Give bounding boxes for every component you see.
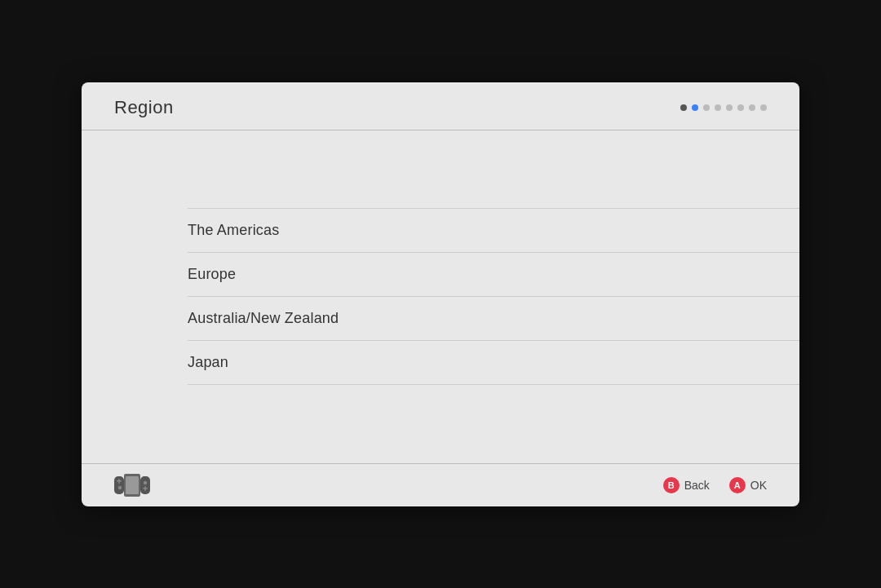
region-list: The Americas Europe Australia/New Zealan… — [188, 208, 799, 385]
dot-3 — [715, 104, 721, 111]
dot-5 — [737, 104, 744, 111]
back-label: Back — [684, 479, 710, 492]
b-button-icon: B — [663, 477, 680, 493]
dot-7 — [760, 104, 767, 111]
svg-rect-2 — [118, 479, 120, 484]
dot-6 — [749, 104, 755, 111]
content-area: The Americas Europe Australia/New Zealan… — [82, 130, 799, 463]
svg-rect-6 — [140, 476, 150, 494]
region-item-japan[interactable]: Japan — [188, 341, 799, 385]
dot-0 — [680, 104, 687, 111]
footer-buttons: B Back A OK — [663, 477, 767, 493]
header: Region — [82, 82, 799, 130]
dot-1 — [692, 104, 698, 111]
dot-2 — [703, 104, 710, 111]
page-title: Region — [114, 97, 174, 118]
a-button-icon: A — [729, 477, 746, 493]
ok-label: OK — [750, 479, 767, 492]
svg-point-7 — [144, 480, 147, 484]
region-item-americas[interactable]: The Americas — [188, 208, 799, 253]
switch-icon — [114, 474, 150, 497]
ok-button[interactable]: A OK — [729, 477, 767, 493]
dot-4 — [726, 104, 733, 111]
svg-rect-9 — [144, 486, 146, 491]
back-button[interactable]: B Back — [663, 477, 710, 493]
progress-dots — [680, 104, 767, 111]
console-icon — [114, 474, 150, 497]
main-screen: Region The Americas Europe Australia/New… — [82, 82, 799, 506]
region-item-australia[interactable]: Australia/New Zealand — [188, 297, 799, 341]
footer: B Back A OK — [82, 463, 799, 506]
svg-point-3 — [118, 485, 122, 489]
region-item-europe[interactable]: Europe — [188, 253, 799, 297]
svg-rect-5 — [126, 476, 139, 494]
